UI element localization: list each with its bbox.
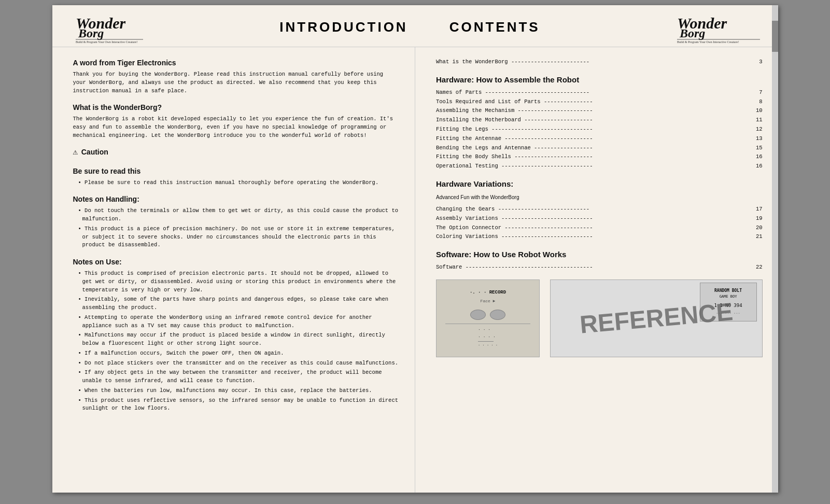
handling-item-1: Do not touch the terminals or allow them… [78, 207, 400, 223]
use-item-5: If a malfunction occurs, Switch the powe… [78, 349, 400, 358]
toc-item: Bending the Legs and Antennae ----------… [436, 144, 763, 152]
section-notesuse-title: Notes on Use: [73, 257, 400, 268]
cassette-subtitle: Face ► [481, 298, 496, 305]
logo-left-svg: Wonder Borg Build & Program Your Own Int… [73, 10, 146, 44]
use-item-1: This product is comprised of precision e… [78, 270, 400, 294]
scrollbar-thumb[interactable] [772, 21, 778, 52]
logo-right-svg: Wonder Borg Build & Program Your Own Int… [674, 10, 763, 44]
caution-title: Caution [81, 148, 108, 156]
section-tiger-title: A word from Tiger Electronics [73, 58, 400, 68]
svg-text:Borg: Borg [78, 26, 104, 40]
toc-item: Fitting the Body Shells ----------------… [436, 152, 763, 161]
scrollbar[interactable] [772, 5, 778, 493]
toc-item: Fitting the Antennae -------------------… [436, 134, 763, 143]
toc-software-list: Software -------------------------------… [436, 263, 763, 272]
section-besure-title: Be sure to read this [73, 166, 400, 177]
use-item-9: This product uses reflective sensors, so… [78, 397, 400, 413]
handling-list: Do not touch the terminals or allow them… [78, 207, 400, 249]
toc-item: Assembly Variations --------------------… [436, 214, 763, 223]
svg-text:Build & Program Your Own Inter: Build & Program Your Own Interactive Cre… [677, 40, 739, 44]
toc-item: Installing the Motherboard -------------… [436, 116, 763, 124]
svg-text:Build & Program Your Own Inter: Build & Program Your Own Interactive Cre… [76, 40, 137, 44]
section-handling-title: Notes on Handling: [73, 194, 400, 205]
header-center: INTRODUCTION CONTENTS [151, 19, 669, 35]
toc-intro-line: What is the WonderBorg -----------------… [436, 58, 763, 66]
toc-variations-header: Hardware Variations: Advanced Fun with t… [436, 178, 763, 203]
handling-item-2: This product is a piece of precision mac… [78, 225, 400, 249]
toc-item: Coloring Variations --------------------… [436, 232, 763, 241]
toc-variations-list: Changing the Gears ---------------------… [436, 205, 763, 241]
cassette-reel-left [470, 310, 486, 320]
besure-list: Please be sure to read this instruction … [78, 179, 400, 187]
toc-item: Operational Testing --------------------… [436, 162, 763, 171]
svg-text:Borg: Borg [679, 26, 705, 40]
use-item-7: If any object gets in the way between th… [78, 369, 400, 385]
logo-left: Wonder Borg Build & Program Your Own Int… [68, 10, 151, 44]
section-whatis-title: What is the WonderBorg? [73, 102, 400, 113]
reference-text: REFERENCE [578, 292, 735, 345]
use-item-8: When the batteries run low, malfunctions… [78, 387, 400, 395]
toc-hardware-list: Names of Parts -------------------------… [436, 88, 763, 171]
document-page: Wonder Borg Build & Program Your Own Int… [52, 5, 778, 493]
toc-item: The Option Connector -------------------… [436, 223, 763, 232]
use-item-4: Malfunctions may occur if the product is… [78, 331, 400, 348]
cassette-reel-right [490, 310, 505, 320]
toc-intro-label: What is the WonderBorg -----------------… [436, 58, 748, 66]
left-column: A word from Tiger Electronics Thank you … [52, 47, 416, 493]
contents-heading: CONTENTS [449, 19, 540, 35]
caution-icon: ⚠ [73, 148, 78, 157]
cassette-image: ·. · · RECORD Face ► · · · · · · · · · ·… [436, 279, 540, 357]
page-header: Wonder Borg Build & Program Your Own Int… [52, 5, 778, 47]
section-whatis-body: The WonderBorg is a robot kit developed … [73, 115, 400, 139]
toc-variations-sub: Advanced Fun with the WonderBorg [436, 194, 519, 200]
cassette-reels [470, 310, 505, 320]
toc-software-header: Software: How to Use Robot Works [436, 248, 763, 261]
section-tiger-body: Thank you for buying the WonderBorg. Ple… [73, 71, 400, 95]
notesuse-list: This product is comprised of precision e… [78, 270, 400, 413]
toc-item: Changing the Gears ---------------------… [436, 205, 763, 214]
toc-item: Names of Parts -------------------------… [436, 88, 763, 97]
toc-item: Tools Required and List of Parts -------… [436, 97, 763, 106]
besure-item-1: Please be sure to read this instruction … [78, 179, 400, 187]
toc-intro-page: 3 [752, 58, 763, 66]
toc-item: Fitting the Legs -----------------------… [436, 125, 763, 134]
use-item-6: Do not place stickers over the transmitt… [78, 359, 400, 368]
intro-heading: INTRODUCTION [279, 19, 407, 35]
bottom-images: ·. · · RECORD Face ► · · · · · · · · · ·… [436, 279, 763, 357]
main-content: A word from Tiger Electronics Thank you … [52, 47, 778, 493]
right-column: What is the WonderBorg -----------------… [415, 47, 778, 493]
cassette-text: · · · · · · · · · · · · [478, 327, 498, 348]
cassette-divider [445, 324, 530, 324]
logo-right: Wonder Borg Build & Program Your Own Int… [669, 10, 763, 44]
reference-image: RANDOM BOLT GAME BOY 1 1 NO 394 --- --- … [550, 279, 763, 357]
use-item-2: Inevitably, some of the parts have sharp… [78, 296, 400, 312]
caution-block: ⚠ Caution [73, 146, 400, 159]
use-item-3: Attempting to operate the WonderBorg usi… [78, 314, 400, 330]
cassette-title: ·. · · RECORD [470, 289, 506, 296]
toc-hardware-header: Hardware: How to Assemble the Robot [436, 74, 763, 86]
toc-item: Assembling the Mechanism ---------------… [436, 106, 763, 115]
toc-item: Software -------------------------------… [436, 263, 763, 272]
